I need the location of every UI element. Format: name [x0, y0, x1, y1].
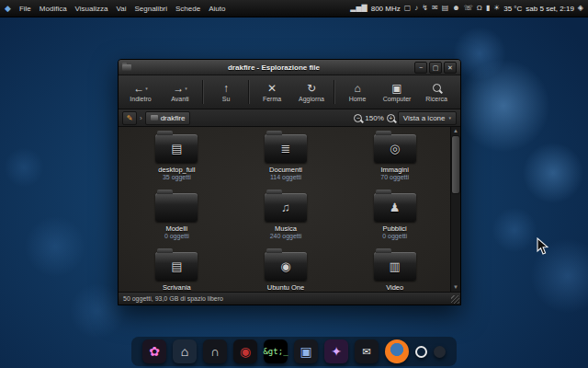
folder-item-scrivania[interactable]: ▤ Scrivania — [122, 249, 232, 292]
window-title: drakfire - Esplorazione file — [135, 63, 413, 72]
photo-manager-icon[interactable]: ▣ — [294, 339, 318, 363]
folder-name: Scrivania — [163, 283, 191, 292]
dock-mini-light-icon[interactable] — [415, 346, 427, 358]
menu-modifica[interactable]: Modifica — [40, 5, 67, 13]
battery-icon[interactable]: ▮ — [486, 5, 490, 12]
pencil-icon: ✎ — [127, 114, 133, 122]
chevron-down-icon: ▾ — [448, 115, 451, 121]
up-label: Su — [222, 96, 231, 102]
folder-icon: ◉ — [265, 252, 307, 281]
microphone-icon[interactable]: Ω — [477, 5, 482, 12]
media-player-icon[interactable]: ◉ — [233, 339, 257, 363]
folder-count: 114 oggetti — [270, 174, 301, 180]
stop-button[interactable]: ✕ Ferma — [253, 77, 291, 107]
breadcrumb-drakfire[interactable]: drakfire — [145, 111, 191, 125]
scrollbar-thumb[interactable] — [451, 135, 460, 194]
clock[interactable]: sab 5 set, 2:19 — [526, 5, 573, 13]
cpu-frequency: 800 MHz — [371, 5, 401, 13]
folder-name: Video — [386, 283, 403, 292]
zoom-in-icon[interactable]: + — [387, 114, 395, 122]
view-mode-select[interactable]: Vista a icone ▾ — [398, 111, 457, 125]
cpu-graph-icon[interactable]: ▂▅▇ — [350, 5, 367, 12]
computer-label: Computer — [383, 96, 412, 102]
close-button[interactable]: ✕ — [444, 62, 457, 74]
folder-item-modelli[interactable]: Modelli 0 oggetti — [122, 190, 232, 249]
forward-button[interactable]: →▾ Avanti — [161, 77, 199, 107]
folder-name: Modelli — [165, 224, 187, 233]
folder-item-immagini[interactable]: ◎ Immagini 70 oggetti — [340, 132, 449, 190]
headphones-icon[interactable]: ∩ — [203, 339, 227, 363]
mouse-cursor — [537, 237, 548, 255]
folder-item-pubblici[interactable]: ♟ Pubblici 0 oggetti — [340, 190, 449, 249]
maximize-button[interactable]: ▢ — [429, 62, 442, 74]
vertical-scrollbar[interactable]: ▲ ▼ — [450, 127, 460, 292]
folder-icon — [151, 115, 158, 121]
clipboard-icon[interactable]: ▤ — [442, 5, 449, 12]
toolbar-separator — [202, 80, 204, 104]
weather-icon[interactable]: ☀ — [493, 5, 500, 12]
menu-schede[interactable]: Schede — [175, 5, 200, 13]
arrow-right-icon: → — [173, 83, 184, 94]
menu-file[interactable]: File — [19, 5, 31, 13]
dock-mini-dark-icon[interactable] — [434, 346, 446, 358]
chevron-down-icon[interactable]: ▾ — [145, 83, 148, 94]
terminal-icon[interactable]: &gt;_ — [264, 339, 288, 363]
chevron-down-icon[interactable]: ▾ — [185, 83, 187, 94]
launcher-icon[interactable]: ◆ — [5, 4, 11, 13]
plus-glyph: + — [389, 115, 392, 121]
folder-name: desktop_full — [158, 166, 195, 174]
refresh-icon: ↻ — [307, 83, 316, 94]
minimize-button[interactable]: − — [414, 62, 427, 74]
folder-item-ubuntu-one[interactable]: ◉ Ubuntu One — [232, 249, 341, 292]
folder-icon: ≣ — [265, 134, 307, 163]
edit-location-button[interactable]: ✎ — [122, 111, 137, 125]
mail-client-icon[interactable]: ✉ — [355, 339, 379, 363]
folder-item-desktop_full[interactable]: ▤ desktop_full 35 oggetti — [122, 132, 232, 190]
home-button[interactable]: ⌂ Home — [338, 77, 377, 107]
package-manager-icon[interactable]: ✿ — [142, 339, 166, 363]
bluetooth-icon[interactable]: ↯ — [422, 5, 428, 12]
folder-item-documenti[interactable]: ≣ Documenti 114 oggetti — [232, 132, 341, 190]
firefox-icon[interactable] — [385, 339, 409, 363]
folder-item-musica[interactable]: ♫ Musica 240 oggetti — [232, 190, 341, 249]
folder-name: Pubblici — [383, 224, 407, 233]
refresh-button[interactable]: ↻ Aggiorna — [292, 77, 331, 107]
user-icon[interactable]: ☻ — [452, 5, 459, 12]
film-emblem-icon: ▥ — [390, 260, 401, 272]
resize-grip[interactable] — [451, 295, 459, 304]
dock: ✿ ⌂ ∩ ◉ &gt;_ ▣ ✦ ✉ — [131, 337, 457, 366]
folder-count: 240 oggetti — [270, 233, 302, 239]
ubuntu-emblem-icon: ◉ — [280, 260, 290, 272]
folder-name: Documenti — [269, 166, 302, 174]
arrow-up-icon: ↑ — [223, 83, 229, 94]
updates-icon[interactable]: ◈ — [578, 5, 583, 12]
toolbar: ←▾ Indietro →▾ Avanti ↑ Su ✕ Ferma ↻ Agg… — [119, 75, 460, 109]
folder-count: 35 oggetti — [163, 174, 191, 180]
volume-icon[interactable]: ♪ — [414, 5, 418, 12]
scroll-down-icon[interactable]: ▼ — [453, 283, 458, 292]
up-button[interactable]: ↑ Su — [207, 77, 245, 107]
computer-icon: ▣ — [391, 83, 401, 94]
folder-item-video[interactable]: ▥ Video — [340, 249, 449, 292]
computer-button[interactable]: ▣ Computer — [378, 77, 416, 107]
menu-visualizza[interactable]: Visualizza — [75, 5, 108, 13]
graphics-app-icon[interactable]: ✦ — [324, 339, 348, 363]
folder-icon: ♟ — [374, 193, 416, 222]
menu-segnalibri[interactable]: Segnalibri — [134, 5, 167, 13]
zoom-out-icon[interactable]: − — [354, 114, 362, 122]
search-button[interactable]: Ricerca — [417, 77, 456, 107]
home-label: Home — [349, 96, 367, 102]
titlebar[interactable]: drakfire - Esplorazione file − ▢ ✕ — [119, 60, 460, 75]
mail-icon[interactable]: ✉ — [432, 5, 438, 12]
menu-aiuto[interactable]: Aiuto — [209, 5, 225, 13]
folder-name: Immagini — [380, 166, 408, 174]
display-icon[interactable]: ▢ — [404, 5, 412, 12]
documents-emblem-icon: ≣ — [281, 143, 291, 155]
back-button[interactable]: ←▾ Indietro — [121, 77, 160, 107]
scroll-up-icon[interactable]: ▲ — [453, 127, 458, 135]
chevron-right-icon: › — [140, 114, 142, 122]
home-folder-icon[interactable]: ⌂ — [173, 339, 197, 363]
menu-vai[interactable]: Vai — [116, 5, 126, 13]
desktop-emblem-icon: ▤ — [171, 143, 182, 155]
phone-icon[interactable]: ☏ — [464, 5, 473, 12]
